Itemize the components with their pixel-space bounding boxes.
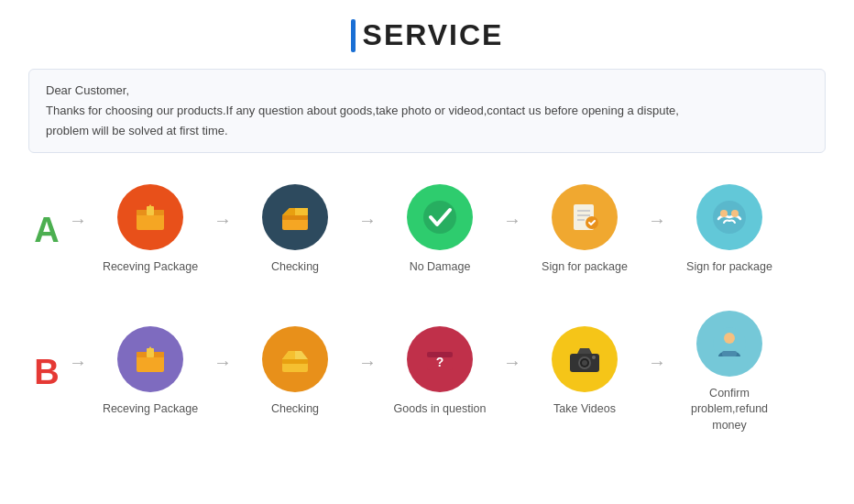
arrow-b4: → bbox=[648, 352, 666, 373]
arrow-a4: → bbox=[648, 210, 666, 231]
flow-label-a5: Sign for package bbox=[686, 259, 772, 276]
flow-label-b1: Receving Package bbox=[103, 401, 198, 418]
checkmark-green-icon bbox=[407, 184, 473, 250]
flow-row-a: A → Receving Package → bbox=[28, 175, 826, 292]
package-purple-icon bbox=[117, 326, 183, 392]
flow-item-a5: Sign for package bbox=[670, 184, 789, 276]
arrow-b2: → bbox=[358, 352, 377, 373]
svg-rect-5 bbox=[282, 215, 308, 220]
question-box-icon: ? bbox=[407, 326, 473, 392]
arrow-b1: → bbox=[214, 352, 232, 373]
flow-label-b3: Goods in question bbox=[394, 401, 487, 418]
title-accent-bar bbox=[351, 19, 356, 52]
svg-rect-31 bbox=[722, 351, 737, 356]
flow-label-b4: Take Videos bbox=[553, 401, 616, 418]
arrow-a2: → bbox=[358, 210, 377, 231]
flow-item-b2: Checking bbox=[235, 326, 355, 418]
row-a-label: A bbox=[28, 211, 65, 250]
flow-label-a2: Checking bbox=[271, 259, 319, 276]
flow-item-a4: Sign for package bbox=[525, 184, 644, 276]
flow-label-a4: Sign for package bbox=[542, 259, 628, 276]
notice-line1: Dear Customer, bbox=[46, 81, 808, 101]
flow-label-b5: Confirm problem,refundmoney bbox=[670, 386, 789, 434]
flow-item-b3: ? Goods in question bbox=[380, 326, 499, 418]
notice-line2: Thanks for choosing our products.If any … bbox=[46, 101, 808, 121]
flow-label-b2: Checking bbox=[271, 401, 319, 418]
arrow-b3: → bbox=[503, 352, 521, 373]
svg-point-27 bbox=[582, 360, 587, 366]
svg-rect-20 bbox=[282, 359, 308, 364]
svg-text:?: ? bbox=[436, 355, 444, 369]
flow-item-a2: Checking bbox=[235, 184, 355, 276]
notice-line3: problem will be solved at first time. bbox=[46, 121, 808, 141]
svg-point-30 bbox=[724, 333, 735, 344]
svg-point-6 bbox=[423, 201, 456, 234]
title-text: SERVICE bbox=[363, 18, 504, 52]
package-dark-icon bbox=[262, 184, 328, 250]
arrow-a1: → bbox=[214, 210, 232, 231]
flow-item-b1: Receving Package bbox=[91, 326, 210, 418]
person-icon bbox=[696, 311, 762, 377]
flow-section: A → Receving Package → bbox=[28, 175, 826, 450]
flow-item-a3: No Damage bbox=[380, 184, 499, 276]
handshake-icon bbox=[696, 184, 762, 250]
arrow-a3: → bbox=[503, 210, 521, 231]
page-title: SERVICE bbox=[351, 18, 504, 52]
sign-doc-icon bbox=[552, 184, 618, 250]
svg-point-28 bbox=[592, 356, 596, 359]
package-orange-icon bbox=[117, 184, 183, 250]
package-open-icon bbox=[262, 326, 328, 392]
flow-row-b: B → Receving Package → bbox=[28, 301, 826, 451]
flow-label-a1: Receving Package bbox=[103, 259, 198, 276]
row-b-label: B bbox=[28, 353, 65, 392]
flow-item-b5: Confirm problem,refundmoney bbox=[670, 311, 789, 434]
camera-icon bbox=[552, 326, 618, 392]
svg-point-14 bbox=[731, 210, 739, 217]
flow-item-b4: Take Videos bbox=[525, 326, 644, 418]
svg-point-13 bbox=[720, 210, 728, 217]
flow-item-a1: Receving Package bbox=[91, 184, 210, 276]
notice-box: Dear Customer, Thanks for choosing our p… bbox=[28, 69, 826, 153]
arrow-a0: → bbox=[69, 210, 87, 231]
arrow-b0: → bbox=[69, 352, 87, 373]
flow-label-a3: No Damage bbox=[410, 259, 471, 276]
